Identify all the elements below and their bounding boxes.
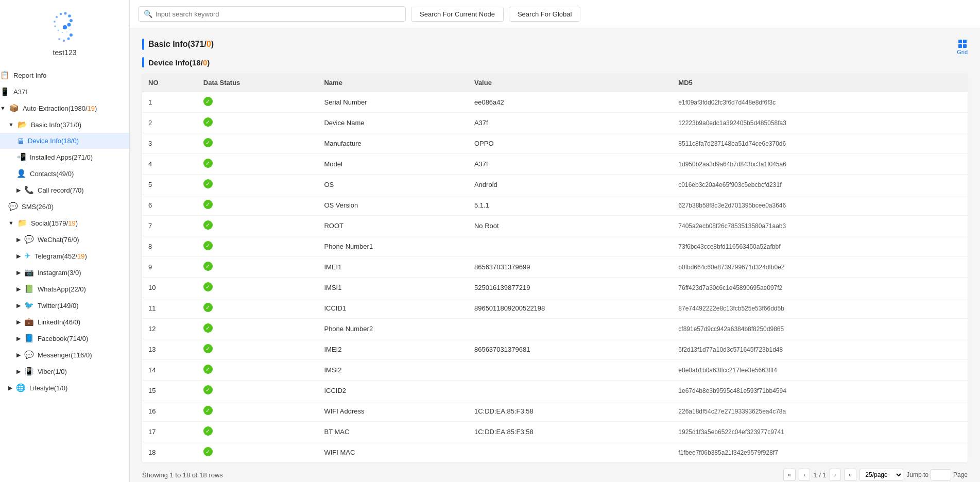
expand-icon: ▶ xyxy=(16,319,21,325)
sidebar-item-label: Viber(1/0) xyxy=(38,368,67,375)
cell-no: 2 xyxy=(142,113,197,133)
sidebar-item-whatsapp[interactable]: ▶ 📗 WhatsApp(22/0) xyxy=(0,281,129,297)
cell-md5: 5f2d13f1d77a10d3c571645f723b1d48 xyxy=(672,339,968,360)
cell-no: 10 xyxy=(142,278,197,298)
jump-to-input[interactable] xyxy=(931,469,951,480)
sidebar-item-auto-extraction[interactable]: ▼ 📦 Auto-Extraction(1980/19) xyxy=(0,100,129,116)
page-label: Page xyxy=(953,471,968,478)
subsection-title: Device Info(18/0) xyxy=(142,57,968,67)
table-row: 7 ROOT No Root 7405a2ecb08f26c7853513580… xyxy=(142,216,968,236)
svg-point-7 xyxy=(54,21,56,23)
pg-next-button[interactable]: › xyxy=(830,469,841,481)
cell-no: 3 xyxy=(142,133,197,154)
table-row: 16 WIFI Address 1C:DD:EA:85:F3:58 226a18… xyxy=(142,401,968,422)
cell-no: 6 xyxy=(142,195,197,216)
sidebar-item-viber[interactable]: ▶ 📳 Viber(1/0) xyxy=(0,363,129,380)
cell-name: IMEI2 xyxy=(318,339,468,360)
sidebar-item-wechat[interactable]: ▶ 💬 WeChat(76/0) xyxy=(0,231,129,248)
expand-icon: ▶ xyxy=(16,368,21,375)
cell-md5: f1fbee7f06b385a21f342e9579f928f7 xyxy=(672,442,968,463)
cell-value: OPPO xyxy=(468,133,672,154)
sidebar-item-social[interactable]: ▼ 📁 Social(1579/19) xyxy=(0,215,129,231)
cell-no: 15 xyxy=(142,381,197,401)
cell-md5: 12223b9a0edc1a392405b5d485058fa3 xyxy=(672,113,968,133)
cell-name: Device Name xyxy=(318,113,468,133)
cell-name: WIFI Address xyxy=(318,401,468,422)
sidebar-item-telegram[interactable]: ▶ ✈ Telegram(452/19) xyxy=(0,248,129,264)
cell-status xyxy=(197,175,318,195)
cell-value: ee086a42 xyxy=(468,92,672,113)
sidebar-item-instagram[interactable]: ▶ 📷 Instagram(3/0) xyxy=(0,264,129,281)
sidebar-item-basic-info[interactable]: ▼ 📂 Basic Info(371/0) xyxy=(0,116,129,133)
sidebar-item-linkedin[interactable]: ▶ 💼 LinkedIn(46/0) xyxy=(0,314,129,330)
cell-md5: 87e74492222e8c13fcb525e53f66dd5b xyxy=(672,298,968,319)
grid-view-button[interactable]: Grid xyxy=(957,39,968,55)
pg-prev-button[interactable]: ‹ xyxy=(799,469,810,481)
search-current-node-button[interactable]: Search For Current Node xyxy=(411,7,504,22)
expand-icon: ▼ xyxy=(8,122,14,128)
cell-status xyxy=(197,195,318,216)
search-global-button[interactable]: Search For Global xyxy=(509,7,581,22)
cell-name: Manufacture xyxy=(318,133,468,154)
search-input[interactable] xyxy=(156,10,400,18)
table-row: 6 OS Version 5.1.1 627b38b58f8c3e2d70139… xyxy=(142,195,968,216)
pg-first-button[interactable]: « xyxy=(783,469,796,481)
cell-status xyxy=(197,92,318,113)
sidebar-item-lifestyle[interactable]: ▶ 🌐 Lifestyle(1/0) xyxy=(0,380,129,396)
cell-status xyxy=(197,216,318,236)
cell-no: 11 xyxy=(142,298,197,319)
table-row: 17 BT MAC 1C:DD:EA:85:F3:58 1925d1f3a5eb… xyxy=(142,422,968,442)
sidebar-item-twitter[interactable]: ▶ 🐦 Twitter(149/0) xyxy=(0,297,129,314)
svg-point-1 xyxy=(67,23,71,27)
jump-to-area: Jump to Page xyxy=(906,469,968,480)
section-title: Basic Info(371/0) xyxy=(142,39,968,50)
cell-md5: 627b38b58f8c3e2d701395bcee0a3646 xyxy=(672,195,968,216)
table-row: 9 IMEI1 865637031379699 b0fbd664c60e8739… xyxy=(142,257,968,278)
per-page-select[interactable]: 25/page 50/page 100/page xyxy=(859,469,903,481)
cell-no: 4 xyxy=(142,154,197,175)
table-row: 5 OS Android c016eb3c20a4e65f903c5ebcbcf… xyxy=(142,175,968,195)
sidebar-item-report-info[interactable]: 📋 Report Info xyxy=(0,67,129,83)
sidebar-menu: 📋 Report Info 📱 A37f ▼ 📦 Auto-Extraction… xyxy=(0,67,129,396)
sidebar-item-a37f[interactable]: 📱 A37f xyxy=(0,83,129,100)
sidebar-item-facebook[interactable]: ▶ 📘 Facebook(714/0) xyxy=(0,330,129,347)
search-box: 🔍 xyxy=(138,6,406,22)
cell-status xyxy=(197,319,318,339)
svg-point-0 xyxy=(63,25,67,29)
viber-icon: 📳 xyxy=(24,367,34,376)
expand-icon: ▶ xyxy=(16,269,21,276)
sidebar-item-installed-apps[interactable]: 📲 Installed Apps(271/0) xyxy=(0,149,129,165)
sidebar-item-label: Facebook(714/0) xyxy=(38,335,88,342)
sidebar-item-label: Call record(7/0) xyxy=(38,186,84,194)
col-data-status: Data Status xyxy=(197,74,318,92)
sidebar-item-device-info[interactable]: 🖥 Device Info(18/0) xyxy=(0,133,129,149)
sidebar-item-label: SMS(26/0) xyxy=(22,203,54,211)
cell-name: WIFI MAC xyxy=(318,442,468,463)
table-row: 10 IMSI1 525016139877219 76ff423d7a30c6c… xyxy=(142,278,968,298)
cell-name: OS Version xyxy=(318,195,468,216)
search-icon: 🔍 xyxy=(144,10,152,18)
sidebar-item-label: WeChat(76/0) xyxy=(38,236,79,244)
table-row: 18 WIFI MAC f1fbee7f06b385a21f342e9579f9… xyxy=(142,442,968,463)
logo-area: test123 xyxy=(0,0,129,67)
sidebar-item-label: Report Info xyxy=(13,72,46,79)
sidebar-item-messenger[interactable]: ▶ 💬 Messenger(116/0) xyxy=(0,347,129,363)
pg-last-button[interactable]: » xyxy=(844,469,857,481)
cell-md5: 8511c8fa7d237148ba51d74ce6e370d6 xyxy=(672,133,968,154)
sidebar-item-sms[interactable]: 💬 SMS(26/0) xyxy=(0,198,129,215)
svg-point-2 xyxy=(70,19,73,22)
cell-name: OS xyxy=(318,175,468,195)
svg-point-9 xyxy=(57,30,59,31)
col-name: Name xyxy=(318,74,468,92)
sms-icon: 💬 xyxy=(8,202,18,211)
sidebar-item-label: Auto-Extraction(1980/19) xyxy=(23,105,97,112)
sidebar-item-contacts[interactable]: 👤 Contacts(49/0) xyxy=(0,165,129,182)
cell-no: 16 xyxy=(142,401,197,422)
cell-value: 8965011809200522198 xyxy=(468,298,672,319)
facebook-icon: 📘 xyxy=(24,334,34,343)
cell-name: IMSI1 xyxy=(318,278,468,298)
sidebar-item-label: Basic Info(371/0) xyxy=(31,121,81,129)
cell-no: 1 xyxy=(142,92,197,113)
sidebar-item-call-record[interactable]: ▶ 📞 Call record(7/0) xyxy=(0,182,129,198)
cell-value xyxy=(468,319,672,339)
